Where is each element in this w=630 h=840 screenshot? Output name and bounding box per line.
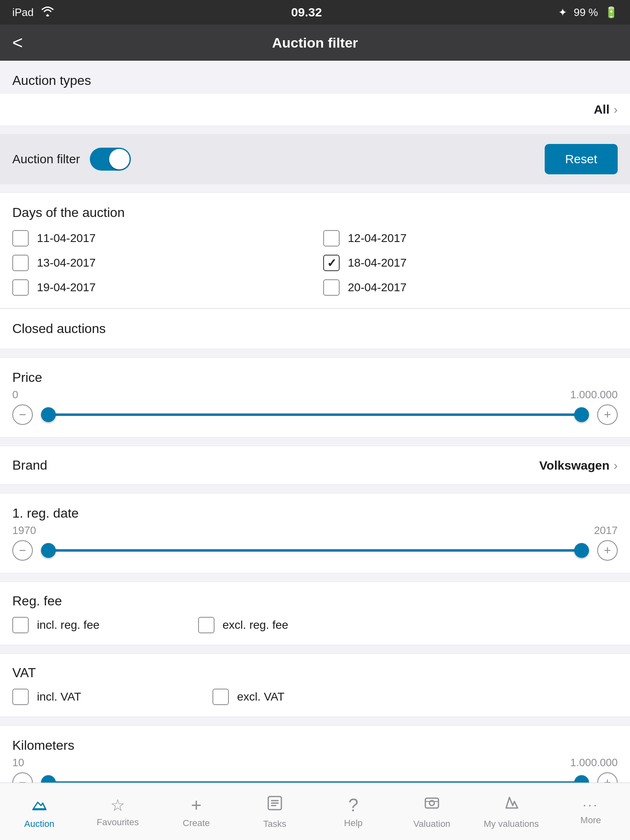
day-row-4: 19-04-2017 — [12, 279, 307, 296]
vat-excl-checkbox[interactable] — [212, 689, 229, 705]
day-row-0: 11-04-2017 — [12, 230, 307, 247]
price-slider-track[interactable] — [41, 413, 589, 416]
kilometers-title: Kilometers — [12, 738, 618, 753]
reg-fee-row: incl. reg. fee excl. reg. fee — [12, 617, 618, 633]
reg-fee-incl-row: incl. reg. fee — [12, 617, 100, 633]
price-min-label: 0 — [12, 388, 18, 401]
vat-row: incl. VAT excl. VAT — [12, 689, 618, 705]
tab-valuation[interactable]: Valuation — [405, 794, 459, 829]
price-thumb-right[interactable] — [574, 407, 589, 422]
reg-date-thumb-left[interactable] — [41, 543, 56, 558]
reg-fee-incl-checkbox[interactable] — [12, 617, 29, 633]
main-content: Auction types All › Auction filter Reset… — [0, 61, 630, 840]
day-row-5: 20-04-2017 — [323, 279, 618, 296]
day-checkbox-4[interactable] — [12, 279, 29, 296]
day-label-2: 13-04-2017 — [37, 256, 96, 269]
reg-date-increase-btn[interactable]: + — [597, 540, 618, 561]
brand-chevron: › — [614, 459, 618, 472]
carrier-label: iPad — [12, 6, 34, 19]
tab-my-valuations[interactable]: My valuations — [484, 794, 539, 829]
tab-help[interactable]: ? Help — [326, 795, 380, 829]
closed-auctions-label: Closed auctions — [12, 321, 106, 336]
reg-fee-excl-label: excl. reg. fee — [223, 619, 288, 632]
tab-more[interactable]: ··· More — [564, 797, 617, 826]
day-checkbox-5[interactable] — [323, 279, 340, 296]
reg-fee-excl-checkbox[interactable] — [198, 617, 215, 633]
vat-incl-row: incl. VAT — [12, 689, 81, 705]
days-grid: 11-04-2017 12-04-2017 13-04-2017 ✓ 18-04… — [12, 230, 618, 296]
price-increase-btn[interactable]: + — [597, 404, 618, 425]
reg-date-section: 1. reg. date 1970 2017 − + — [0, 493, 630, 573]
day-label-4: 19-04-2017 — [37, 281, 96, 294]
price-max-label: 1.000.000 — [570, 388, 618, 401]
tab-tasks[interactable]: Tasks — [248, 794, 301, 829]
day-checkbox-1[interactable] — [323, 230, 340, 247]
vat-excl-row: excl. VAT — [212, 689, 285, 705]
reg-fee-title: Reg. fee — [12, 593, 618, 609]
toggle-knob — [109, 149, 130, 169]
filter-toggle-bar: Auction filter Reset — [0, 134, 630, 184]
reset-button[interactable]: Reset — [545, 144, 618, 174]
valuation-icon — [423, 794, 441, 816]
day-checkbox-3[interactable]: ✓ — [323, 255, 340, 271]
checkmark-3: ✓ — [327, 256, 336, 270]
price-thumb-left[interactable] — [41, 407, 56, 422]
reg-date-range-labels: 1970 2017 — [12, 524, 618, 537]
status-left: iPad — [12, 6, 55, 19]
closed-auctions-section: Closed auctions — [0, 308, 630, 349]
km-range-labels: 10 1.000.000 — [12, 756, 618, 769]
reg-date-decrease-btn[interactable]: − — [12, 540, 33, 561]
auction-types-chevron: › — [614, 103, 618, 116]
tab-more-label: More — [580, 815, 601, 826]
reg-fee-section: Reg. fee incl. reg. fee excl. reg. fee — [0, 582, 630, 645]
day-row-1: 12-04-2017 — [323, 230, 618, 247]
tab-tasks-label: Tasks — [263, 819, 286, 829]
tab-auction-label: Auction — [24, 819, 54, 829]
filter-toggle-left: Auction filter — [12, 148, 131, 171]
svg-rect-1 — [425, 798, 438, 808]
price-range-labels: 0 1.000.000 — [12, 388, 618, 401]
reg-date-min-label: 1970 — [12, 524, 36, 537]
auction-icon — [30, 794, 48, 816]
vat-excl-label: excl. VAT — [237, 690, 285, 703]
day-label-3: 18-04-2017 — [348, 256, 406, 269]
auction-types-row[interactable]: All › — [0, 93, 630, 126]
km-min-label: 10 — [12, 756, 24, 769]
price-decrease-btn[interactable]: − — [12, 404, 33, 425]
vat-incl-checkbox[interactable] — [12, 689, 29, 705]
back-button[interactable]: < — [12, 32, 23, 53]
days-section: Days of the auction 11-04-2017 12-04-201… — [0, 192, 630, 308]
day-checkbox-0[interactable] — [12, 230, 29, 247]
reg-date-slider-track[interactable] — [41, 549, 589, 552]
create-icon: + — [191, 795, 202, 815]
brand-value: Volkswagen — [539, 459, 609, 472]
tab-favourites-label: Favourites — [97, 817, 139, 828]
tab-bar: Auction ☆ Favourites + Create Tasks ? He… — [0, 783, 630, 840]
nav-bar: < Auction filter — [0, 25, 630, 61]
brand-value-row: Volkswagen › — [539, 459, 618, 472]
day-checkbox-2[interactable] — [12, 255, 29, 271]
wifi-icon — [40, 6, 55, 19]
brand-section[interactable]: Brand Volkswagen › — [0, 446, 630, 485]
day-label-0: 11-04-2017 — [37, 232, 96, 245]
help-icon: ? — [348, 795, 358, 815]
filter-toggle[interactable] — [90, 148, 131, 171]
my-valuations-icon — [502, 794, 520, 816]
nav-title: Auction filter — [272, 35, 358, 51]
reg-fee-incl-label: incl. reg. fee — [37, 619, 100, 632]
tab-my-valuations-label: My valuations — [484, 819, 539, 829]
reg-date-thumb-right[interactable] — [574, 543, 589, 558]
days-title: Days of the auction — [12, 205, 618, 220]
tab-auction[interactable]: Auction — [13, 794, 66, 829]
more-icon: ··· — [583, 797, 599, 813]
day-label-5: 20-04-2017 — [348, 281, 406, 294]
tab-favourites[interactable]: ☆ Favourites — [91, 796, 144, 828]
tab-create[interactable]: + Create — [170, 795, 223, 829]
reg-fee-excl-row: excl. reg. fee — [198, 617, 288, 633]
vat-title: VAT — [12, 665, 618, 680]
tab-create-label: Create — [183, 818, 210, 829]
day-row-3: ✓ 18-04-2017 — [323, 255, 618, 271]
vat-section: VAT incl. VAT excl. VAT — [0, 653, 630, 717]
tasks-icon — [266, 794, 284, 816]
status-bar: iPad 09.32 ✦ 99 % 🔋 — [0, 0, 630, 25]
